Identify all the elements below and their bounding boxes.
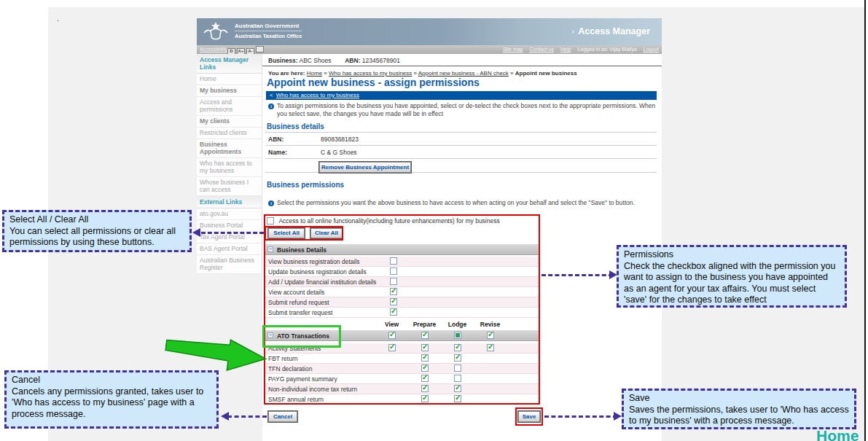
callout-title: Cancel (12, 375, 211, 386)
back-link[interactable]: Who has access to my business (276, 92, 359, 98)
gov-line-1: Australian Government (235, 23, 302, 29)
cancel-button[interactable]: Cancel (268, 411, 297, 422)
breadcrumb-current: Appoint new business (515, 70, 577, 77)
business-permissions-heading: Business permissions (267, 181, 344, 189)
remove-business-appointment-button[interactable]: Remove Business Appointment (319, 162, 411, 173)
breadcrumb: You are here: Home » Who has access to m… (268, 70, 577, 77)
utility-links: Site mapContact usHelpLogged in as: Vija… (496, 47, 659, 52)
masthead: Australian Government Australian Taxatio… (197, 18, 662, 45)
breadcrumb-link[interactable]: Who has access to my business (329, 70, 412, 77)
logo-divider (235, 31, 302, 31)
page-right-border (864, 0, 866, 441)
accessibility-link[interactable]: Accessibility (200, 47, 227, 52)
callout-save: Save Saves the permissions, takes user t… (622, 389, 856, 429)
logged-in-text: Logged in as: Vijay Mallya (577, 47, 636, 52)
breadcrumb-link[interactable]: Appoint new business - ABN check (418, 70, 509, 77)
abn-value: 12345678901 (362, 57, 400, 64)
connector-arrowhead (614, 412, 622, 421)
utility-link[interactable]: Site map (503, 47, 523, 52)
sidebar-external-item[interactable]: Australian Business Register (197, 255, 262, 274)
callout-select-all: Select All / Clear All You can select al… (2, 210, 192, 252)
sidebar-item[interactable]: Restricted clients (197, 128, 262, 139)
abn-row-value: 89083681823 (321, 136, 359, 143)
app-title: ›Access Manager (571, 26, 650, 36)
business-details-heading: Business details (267, 122, 324, 130)
name-row-label: Name: (268, 149, 287, 156)
callout-title: Select All / Clear All (9, 214, 184, 226)
green-highlight-ato-transactions (262, 325, 341, 348)
red-highlight-permissions-area (264, 214, 540, 405)
sidebar-external-header: External Links (197, 196, 262, 208)
sidebar-item[interactable]: My clients (197, 116, 262, 128)
government-logo-text: Australian Government Australian Taxatio… (235, 23, 302, 39)
abn-label: ABN: (345, 57, 360, 64)
business-value: ABC Shoes (300, 57, 332, 64)
logout-link[interactable]: Logout (644, 47, 659, 52)
home-footer-link[interactable]: Home (816, 427, 859, 441)
back-link-bar: <Who has access to my business (266, 91, 657, 100)
breadcrumb-link[interactable]: Home (307, 70, 322, 77)
app-title-label: Access Manager (578, 26, 650, 36)
connector-permissions (541, 274, 613, 276)
callout-title: Save (629, 393, 849, 405)
sidebar: Access Manager Links HomeMy businessAcce… (197, 54, 262, 274)
business-context-bar: Business: ABC Shoes ABN: 12345678901 (262, 54, 662, 66)
utility-link[interactable]: Help (560, 47, 571, 52)
connector-arrowhead (192, 228, 200, 237)
accessibility-toolbar: Accessibility DA+A- Site mapContact usHe… (197, 45, 662, 54)
info-icon: i (268, 200, 274, 206)
accessibility-button[interactable] (256, 46, 264, 52)
page-dot: . (57, 15, 59, 23)
red-highlight-select-clear-buttons (265, 226, 343, 241)
name-row-value: C & G Shoes (321, 149, 357, 156)
sidebar-items: HomeMy businessAccess and permissionsMy … (197, 74, 262, 196)
chevron-right-icon: › (571, 26, 574, 36)
sidebar-links-header: Access Manager Links (197, 54, 262, 74)
sidebar-external-items: ato.gov.auBusiness PortalTax Agent Porta… (197, 208, 262, 274)
back-chevron-icon: < (270, 92, 273, 98)
sidebar-item[interactable]: Who has access to my business (197, 158, 262, 177)
sidebar-item[interactable]: Whose business I can access (197, 177, 262, 196)
permissions-intro-text: Select the permissions you want the abov… (277, 199, 650, 207)
callout-body: You can select all permissions or clear … (9, 226, 184, 249)
gov-line-2: Australian Taxation Office (235, 33, 302, 39)
callout-body: Saves the permissions, takes user to 'Wh… (629, 405, 849, 427)
callout-body: Check the checkbox aligned with the perm… (624, 261, 840, 306)
callout-cancel: Cancel Cancels any permissions granted, … (4, 370, 219, 429)
sidebar-external-item[interactable]: ato.gov.au (197, 208, 262, 220)
info-icon: i (268, 104, 274, 109)
utility-link[interactable]: Contact us (530, 47, 554, 52)
sidebar-item[interactable]: Home (197, 74, 262, 85)
table-row: Name: C & G Shoes (265, 145, 657, 158)
red-highlight-save-button (515, 407, 543, 426)
connector-arrowhead (221, 412, 229, 421)
page-title: Appoint new business - assign permission… (267, 77, 480, 88)
page-intro-text: To assign permissions to the business yo… (277, 102, 656, 119)
business-label: Business: (268, 57, 298, 64)
callout-body: Cancels any permissions granted, takes u… (12, 386, 211, 421)
coat-of-arms-icon (201, 21, 230, 42)
breadcrumb-separator: » (412, 70, 418, 77)
abn-row-label: ABN: (268, 136, 284, 143)
sidebar-external-item[interactable]: Business Portal (197, 220, 262, 232)
connector-select-all (201, 232, 264, 234)
sidebar-item[interactable]: Access and permissions (197, 97, 262, 116)
table-row: ABN: 89083681823 (265, 132, 657, 145)
connector-save (544, 415, 617, 418)
callout-title: Permissions (624, 249, 840, 261)
sidebar-item[interactable]: My business (197, 85, 262, 97)
breadcrumb-prefix: You are here: (268, 70, 305, 77)
connector-cancel (227, 415, 267, 418)
breadcrumb-separator: » (509, 70, 515, 77)
callout-permissions: Permissions Check the checkbox aligned w… (617, 245, 847, 308)
breadcrumb-separator: » (322, 70, 329, 77)
sidebar-item[interactable]: Business Appointments (197, 139, 262, 158)
sidebar-external-item[interactable]: BAS Agent Portal (197, 243, 262, 255)
